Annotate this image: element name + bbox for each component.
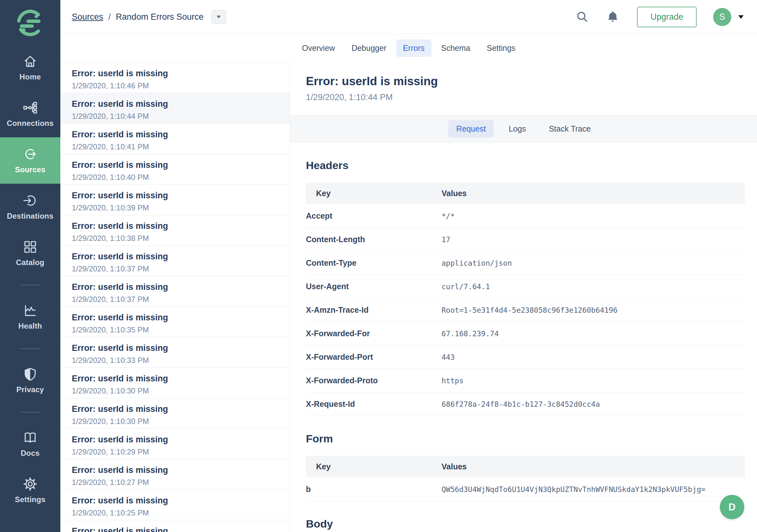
header-key: X-Forwarded-Port: [306, 345, 441, 369]
sidebar-item-privacy[interactable]: Privacy: [0, 357, 60, 404]
error-item-title: Error: userId is missing: [72, 373, 290, 384]
sidebar-item-home[interactable]: Home: [0, 45, 60, 91]
detail-subtabs: RequestLogsStack Trace: [290, 115, 757, 143]
sidebar-item-connections[interactable]: Connections: [0, 91, 60, 137]
header-key: Accept: [306, 204, 441, 228]
sidebar-item-destinations[interactable]: Destinations: [0, 184, 60, 230]
sources-icon: [23, 147, 38, 161]
privacy-icon: [23, 367, 38, 381]
breadcrumb-current: Random Errors Source: [116, 12, 204, 22]
error-item-title: Error: userId is missing: [72, 221, 290, 231]
sidebar-item-docs[interactable]: Docs: [0, 421, 60, 467]
error-item-timestamp: 1/29/2020, 1:10:38 PM: [72, 234, 290, 243]
error-list-item[interactable]: Error: userId is missing 1/29/2020, 1:10…: [60, 490, 290, 520]
header-value: 443: [441, 345, 745, 369]
form-section-heading: Form: [306, 432, 745, 445]
error-list-item[interactable]: Error: userId is missing 1/29/2020, 1:10…: [60, 368, 290, 398]
sidebar-item-label: Privacy: [16, 385, 44, 394]
sidebar-item-health[interactable]: Health: [0, 294, 60, 340]
error-list-item[interactable]: Error: userId is missing 1/29/2020, 1:10…: [60, 398, 290, 429]
tab[interactable]: Errors: [396, 39, 431, 57]
error-list-item[interactable]: Error: userId is missing 1/29/2020, 1:10…: [60, 93, 290, 124]
error-list-item[interactable]: Error: userId is missing 1/29/2020, 1:10…: [60, 246, 290, 276]
headers-section-heading: Headers: [306, 159, 745, 172]
error-item-title: Error: userId is missing: [72, 526, 290, 532]
tab[interactable]: Schema: [435, 39, 477, 57]
error-list-item[interactable]: Error: userId is missing 1/29/2020, 1:10…: [60, 215, 290, 246]
error-detail-title: Error: userId is missing: [306, 74, 741, 88]
sidebar-divider: [20, 285, 40, 285]
sidebar-item-label: Health: [18, 322, 42, 330]
error-item-title: Error: userId is missing: [72, 282, 290, 292]
table-row: Content-Length 17: [306, 228, 745, 251]
tab[interactable]: Debugger: [345, 39, 393, 57]
error-item-timestamp: 1/29/2020, 1:10:27 PM: [72, 478, 290, 487]
error-item-timestamp: 1/29/2020, 1:10:25 PM: [72, 509, 290, 517]
column-header-key: Key: [306, 182, 441, 204]
avatar-caret-down-icon[interactable]: [738, 15, 744, 19]
form-table: Key Values b QW56d3U4WjNqdTo6U1U4VjN3Qkp…: [306, 456, 745, 501]
table-row: Content-Type application/json: [306, 251, 745, 275]
body-section-heading: Body: [306, 518, 745, 530]
upgrade-button[interactable]: Upgrade: [637, 7, 697, 27]
sidebar-item-catalog[interactable]: Catalog: [0, 230, 60, 276]
tab[interactable]: Overview: [295, 39, 342, 57]
sidebar-item-sources[interactable]: Sources: [0, 137, 60, 184]
avatar[interactable]: S: [713, 8, 731, 26]
sidebar-item-label: Catalog: [16, 258, 44, 267]
error-list-item[interactable]: Error: userId is missing 1/29/2020, 1:10…: [60, 429, 290, 459]
subtab[interactable]: Logs: [500, 120, 534, 138]
sidebar-item-label: Home: [19, 73, 41, 81]
caret-down-icon: [217, 16, 221, 18]
error-list-item[interactable]: Error: userId is missing 1/29/2020, 1:10…: [60, 307, 290, 337]
sidebar-item-label: Destinations: [7, 212, 53, 221]
error-list-item[interactable]: Error: userId is missing 1/29/2020, 1:10…: [60, 63, 290, 93]
breadcrumb-sources-link[interactable]: Sources: [72, 12, 103, 22]
detail-body: Headers Key Values Accept: [290, 159, 757, 532]
header-value: application/json: [441, 251, 745, 275]
tab[interactable]: Settings: [480, 39, 522, 57]
error-list-item[interactable]: Error: userId is missing 1/29/2020, 1:10…: [60, 154, 290, 185]
error-list-item[interactable]: Error: userId is missing: [60, 520, 290, 532]
header-value: https: [441, 369, 745, 392]
table-row: X-Forwarded-Proto https: [306, 369, 745, 392]
form-key: b: [306, 478, 441, 501]
table-row: X-Request-Id 686f278a-24f8-4b1c-b127-3c8…: [306, 392, 745, 416]
settings-icon: [23, 477, 38, 491]
error-item-title: Error: userId is missing: [72, 99, 290, 109]
table-row: User-Agent curl/7.64.1: [306, 275, 745, 298]
error-item-title: Error: userId is missing: [72, 129, 290, 140]
form-value: QW56d3U4WjNqdTo6U1U4VjN3QkpUZTNvTnhWVFNU…: [441, 478, 745, 501]
topbar: Sources / Random Errors Source Upgrade S: [60, 0, 757, 34]
error-list-item[interactable]: Error: userId is missing 1/29/2020, 1:10…: [60, 124, 290, 154]
error-list-item[interactable]: Error: userId is missing 1/29/2020, 1:10…: [60, 185, 290, 215]
health-icon: [23, 303, 38, 318]
error-list-item[interactable]: Error: userId is missing 1/29/2020, 1:10…: [60, 459, 290, 490]
error-item-title: Error: userId is missing: [72, 434, 290, 445]
error-detail-timestamp: 1/29/2020, 1:10:44 PM: [306, 92, 741, 102]
error-list-item[interactable]: Error: userId is missing 1/29/2020, 1:10…: [60, 337, 290, 368]
search-icon[interactable]: [576, 11, 589, 23]
subtab[interactable]: Request: [448, 120, 494, 138]
home-icon: [23, 54, 38, 69]
header-key: X-Forwarded-For: [306, 322, 441, 345]
breadcrumb: Sources / Random Errors Source: [72, 10, 226, 24]
source-switcher-dropdown[interactable]: [211, 10, 226, 24]
sidebar-item-settings[interactable]: Settings: [0, 467, 60, 514]
headers-table-head-row: Key Values: [306, 182, 745, 204]
error-list-item[interactable]: Error: userId is missing 1/29/2020, 1:10…: [60, 276, 290, 307]
bell-icon[interactable]: [606, 11, 619, 23]
headers-table: Key Values Accept */* Content-Length: [306, 182, 745, 416]
table-row: X-Forwarded-For 67.168.239.74: [306, 322, 745, 345]
error-item-title: Error: userId is missing: [72, 68, 290, 78]
app-window: Home Connections Sources Destinations Ca…: [0, 0, 757, 532]
table-row: X-Amzn-Trace-Id Root=1-5e31f4d4-5e238058…: [306, 298, 745, 322]
error-item-timestamp: 1/29/2020, 1:10:30 PM: [72, 387, 290, 395]
header-value: */*: [441, 204, 745, 228]
error-item-title: Error: userId is missing: [72, 312, 290, 323]
chat-widget-button[interactable]: D: [720, 495, 744, 519]
docs-icon: [23, 430, 38, 445]
topbar-actions: Upgrade S: [576, 7, 744, 27]
subtab[interactable]: Stack Trace: [541, 120, 599, 138]
sidebar-divider: [20, 348, 40, 349]
